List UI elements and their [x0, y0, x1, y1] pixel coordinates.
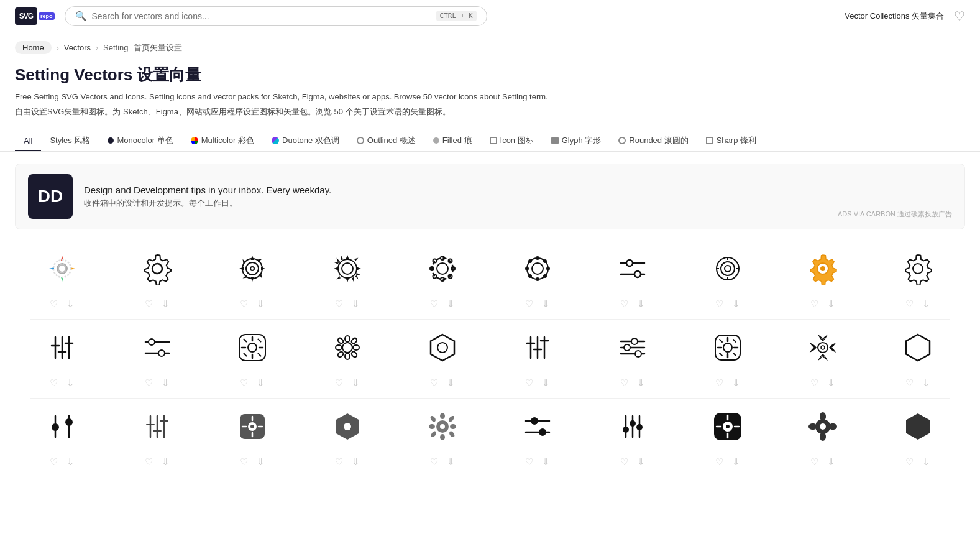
- icon-cell-hex-filled2[interactable]: ♡ ⇓: [870, 399, 965, 477]
- like-button-25[interactable]: ♡: [429, 455, 439, 469]
- like-button-20[interactable]: ♡: [904, 376, 915, 390]
- tab-all[interactable]: All: [15, 131, 41, 152]
- tab-outlined[interactable]: Outlined 概述: [348, 130, 424, 152]
- icon-cell-gear-flower[interactable]: ♡ ⇓: [300, 320, 395, 398]
- download-button-11[interactable]: ⇓: [65, 376, 76, 390]
- download-button-27[interactable]: ⇓: [636, 455, 646, 469]
- icon-cell-gear-rounded-box[interactable]: ♡ ⇓: [205, 320, 300, 398]
- breadcrumb-vectors[interactable]: Vectors: [64, 43, 91, 52]
- download-button-17[interactable]: ⇓: [636, 376, 646, 390]
- vector-collections-link[interactable]: Vector Collections 矢量集合: [845, 11, 944, 22]
- like-button-15[interactable]: ♡: [429, 376, 439, 390]
- icon-cell-gear-box-filled2[interactable]: ♡ ⇓: [680, 399, 775, 477]
- icon-cell-gear-yellow[interactable]: ♡ ⇓: [775, 241, 870, 319]
- download-button-5[interactable]: ⇓: [446, 297, 456, 311]
- icon-cell-hex-outline2[interactable]: ♡ ⇓: [870, 320, 965, 398]
- tab-glyph[interactable]: Glyph 字形: [543, 130, 610, 152]
- like-button-10[interactable]: ♡: [904, 297, 915, 311]
- download-button-30[interactable]: ⇓: [921, 455, 932, 469]
- download-button-15[interactable]: ⇓: [446, 376, 456, 390]
- logo[interactable]: SVG repo: [15, 7, 55, 25]
- like-button-1[interactable]: ♡: [48, 297, 59, 311]
- tab-icon[interactable]: Icon 图标: [481, 130, 543, 152]
- like-button-26[interactable]: ♡: [524, 455, 534, 469]
- like-button-8[interactable]: ♡: [714, 297, 725, 311]
- like-button-11[interactable]: ♡: [48, 376, 59, 390]
- icon-cell-gear-outline-inner[interactable]: ♡ ⇓: [205, 241, 300, 319]
- download-button-23[interactable]: ⇓: [255, 455, 266, 469]
- icon-cell-gear-rounded-box2[interactable]: ♡ ⇓: [680, 320, 775, 398]
- breadcrumb-home[interactable]: Home: [15, 41, 52, 54]
- download-button-16[interactable]: ⇓: [541, 376, 551, 390]
- download-button-10[interactable]: ⇓: [921, 297, 932, 311]
- tab-filled[interactable]: Filled 痕: [424, 130, 481, 152]
- download-button-21[interactable]: ⇓: [65, 455, 76, 469]
- icon-cell-gear-box-filled[interactable]: ♡ ⇓: [205, 399, 300, 477]
- tab-multicolor[interactable]: Multicolor 彩色: [182, 130, 263, 152]
- like-button-13[interactable]: ♡: [239, 376, 249, 390]
- download-button-20[interactable]: ⇓: [921, 376, 932, 390]
- icon-cell-gear-flower-filled2[interactable]: ♡ ⇓: [775, 399, 870, 477]
- icon-cell-sliders-v-filled[interactable]: ♡ ⇓: [15, 399, 110, 477]
- download-button-25[interactable]: ⇓: [446, 455, 456, 469]
- icon-cell-sliders-h3[interactable]: ♡ ⇓: [585, 320, 680, 398]
- like-button-6[interactable]: ♡: [524, 297, 534, 311]
- like-button-7[interactable]: ♡: [619, 297, 630, 311]
- icon-cell-gear-outline-thick[interactable]: ♡ ⇓: [110, 241, 205, 319]
- download-button-9[interactable]: ⇓: [826, 297, 836, 311]
- download-button-3[interactable]: ⇓: [255, 297, 266, 311]
- download-button-28[interactable]: ⇓: [731, 455, 741, 469]
- favorites-icon[interactable]: ♡: [954, 9, 965, 24]
- icon-cell-sliders-h-filled[interactable]: ♡ ⇓: [490, 399, 585, 477]
- icon-cell-gear-flower2[interactable]: ♡ ⇓: [775, 320, 870, 398]
- like-button-23[interactable]: ♡: [239, 455, 249, 469]
- icon-cell-sliders-h2[interactable]: ♡ ⇓: [110, 320, 205, 398]
- like-button-24[interactable]: ♡: [334, 455, 344, 469]
- download-button-14[interactable]: ⇓: [350, 376, 361, 390]
- download-button-13[interactable]: ⇓: [255, 376, 266, 390]
- like-button-16[interactable]: ♡: [524, 376, 534, 390]
- download-button-22[interactable]: ⇓: [160, 455, 171, 469]
- icon-cell-gear-multicolor[interactable]: ♡ ⇓: [15, 241, 110, 319]
- download-button-2[interactable]: ⇓: [160, 297, 171, 311]
- icon-cell-sliders-v[interactable]: ♡ ⇓: [15, 320, 110, 398]
- icon-cell-sliders-h[interactable]: ♡ ⇓: [585, 241, 680, 319]
- download-button-12[interactable]: ⇓: [160, 376, 171, 390]
- like-button-18[interactable]: ♡: [714, 376, 725, 390]
- like-button-29[interactable]: ♡: [809, 455, 820, 469]
- icon-cell-gear-plain[interactable]: ♡ ⇓: [870, 241, 965, 319]
- tab-duotone[interactable]: Duotone 双色调: [263, 130, 348, 152]
- search-input[interactable]: [92, 11, 431, 21]
- like-button-21[interactable]: ♡: [48, 455, 59, 469]
- like-button-9[interactable]: ♡: [809, 297, 820, 311]
- tab-rounded[interactable]: Rounded 滚圆的: [610, 130, 697, 152]
- download-button-26[interactable]: ⇓: [541, 455, 551, 469]
- icon-cell-sliders-v2[interactable]: ♡ ⇓: [490, 320, 585, 398]
- like-button-4[interactable]: ♡: [334, 297, 344, 311]
- icon-cell-gear-concentric[interactable]: ♡ ⇓: [680, 241, 775, 319]
- download-button-24[interactable]: ⇓: [350, 455, 361, 469]
- icon-cell-gear-dots[interactable]: ♡ ⇓: [490, 241, 585, 319]
- like-button-17[interactable]: ♡: [619, 376, 630, 390]
- tab-styles[interactable]: Styles 风格: [41, 130, 99, 152]
- icon-cell-gear-flower-filled[interactable]: ♡ ⇓: [395, 399, 490, 477]
- download-button-1[interactable]: ⇓: [65, 297, 76, 311]
- like-button-28[interactable]: ♡: [714, 455, 725, 469]
- icon-cell-sliders-v-filled2[interactable]: ♡ ⇓: [110, 399, 205, 477]
- icon-cell-hex-outline[interactable]: ♡ ⇓: [395, 320, 490, 398]
- like-button-30[interactable]: ♡: [904, 455, 915, 469]
- download-button-7[interactable]: ⇓: [636, 297, 646, 311]
- icon-cell-sliders-v-filled3[interactable]: ♡ ⇓: [585, 399, 680, 477]
- like-button-19[interactable]: ♡: [809, 376, 820, 390]
- like-button-14[interactable]: ♡: [334, 376, 344, 390]
- like-button-27[interactable]: ♡: [619, 455, 630, 469]
- like-button-5[interactable]: ♡: [429, 297, 439, 311]
- like-button-3[interactable]: ♡: [239, 297, 249, 311]
- icon-cell-gear-spiky[interactable]: ♡ ⇓: [300, 241, 395, 319]
- download-button-18[interactable]: ⇓: [731, 376, 741, 390]
- like-button-12[interactable]: ♡: [144, 376, 154, 390]
- search-bar[interactable]: 🔍 CTRL + K: [65, 6, 487, 26]
- download-button-29[interactable]: ⇓: [826, 455, 836, 469]
- download-button-6[interactable]: ⇓: [541, 297, 551, 311]
- download-button-4[interactable]: ⇓: [350, 297, 361, 311]
